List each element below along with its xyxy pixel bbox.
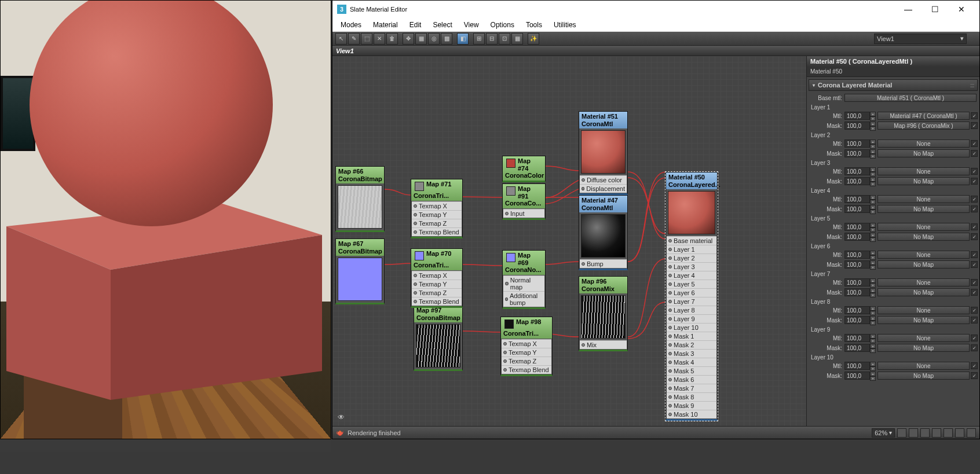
window-close-button[interactable]: ✕ — [948, 1, 975, 18]
node-socket-row[interactable]: Mask 3 — [667, 349, 716, 358]
status-icon-3[interactable] — [920, 428, 930, 438]
tool-layout1-icon[interactable]: ⊞ — [473, 33, 485, 45]
mask-slot[interactable]: No Map — [877, 288, 970, 296]
node-socket-row[interactable]: Layer 2 — [667, 253, 716, 262]
enable-checkbox[interactable]: ✓ — [971, 372, 978, 379]
amount-spinner[interactable]: 100,0 — [844, 112, 870, 120]
tool-cross-icon[interactable]: ✕ — [374, 33, 385, 45]
node-socket-row[interactable]: Layer 9 — [667, 314, 716, 323]
menu-material[interactable]: Material — [367, 21, 404, 29]
spinner-buttons[interactable]: ▲▼ — [870, 139, 876, 148]
spinner-buttons[interactable]: ▲▼ — [870, 195, 876, 203]
node-socket-row[interactable]: Layer 5 — [667, 280, 716, 288]
spinner-buttons[interactable]: ▲▼ — [870, 167, 876, 175]
window-minimize-button[interactable]: — — [895, 1, 922, 18]
mask-slot[interactable]: No Map — [877, 316, 970, 324]
amount-spinner[interactable]: 100,0 — [844, 195, 870, 203]
spinner-buttons[interactable]: ▲▼ — [870, 205, 876, 213]
node-socket-row[interactable]: Layer 4 — [667, 271, 716, 280]
node-map-98[interactable]: Map #98CoronaTri... Texmap X Texmap Y Te… — [500, 317, 553, 376]
node-material-50[interactable]: Material #50CoronaLayered... Base materi… — [665, 172, 718, 421]
amount-spinner[interactable]: 100,0 — [844, 362, 870, 370]
navigator-icon[interactable]: 👁 — [336, 412, 346, 422]
spinner-buttons[interactable]: ▲▼ — [870, 223, 876, 231]
amount-spinner[interactable]: 100,0 — [844, 233, 870, 241]
node-socket-row[interactable]: Layer 3 — [667, 262, 716, 271]
node-socket-row[interactable]: Mask 10 — [667, 410, 716, 418]
spinner-buttons[interactable]: ▲▼ — [870, 112, 876, 120]
mask-slot[interactable]: No Map — [877, 233, 970, 241]
spinner-buttons[interactable]: ▲▼ — [870, 288, 876, 296]
node-socket-row[interactable]: Mask 7 — [667, 384, 716, 392]
mtl-slot[interactable]: None — [877, 278, 970, 286]
status-icon-5[interactable] — [944, 428, 953, 438]
spinner-buttons[interactable]: ▲▼ — [870, 260, 876, 269]
amount-spinner[interactable]: 100,0 — [844, 316, 870, 324]
node-graph[interactable]: Map #66CoronaBitmap Map #67CoronaBitmap … — [332, 56, 807, 426]
enable-checkbox[interactable]: ✓ — [971, 168, 978, 175]
spinner-buttons[interactable]: ▲▼ — [870, 149, 876, 157]
mask-slot[interactable]: No Map — [877, 177, 970, 185]
status-icon-4[interactable] — [932, 428, 941, 438]
enable-checkbox[interactable]: ✓ — [971, 233, 978, 240]
rollout-header[interactable]: Corona Layered Material:::: — [809, 79, 978, 91]
tool-layout4-icon[interactable]: ▦ — [511, 33, 523, 45]
enable-checkbox[interactable]: ✓ — [971, 307, 978, 314]
view-tab[interactable]: View1 — [332, 46, 979, 56]
node-socket-row[interactable]: Mask 2 — [667, 340, 716, 349]
tool-wand-icon[interactable]: ✨ — [528, 33, 539, 45]
amount-spinner[interactable]: 100,0 — [844, 251, 870, 259]
node-socket-row[interactable]: Mask 9 — [667, 401, 716, 410]
base-mtl-slot[interactable]: Material #51 ( CoronaMtl ) — [844, 94, 977, 102]
status-icon-1[interactable] — [897, 428, 906, 438]
tool-preview-icon[interactable]: ◎ — [428, 33, 440, 45]
enable-checkbox[interactable]: ✓ — [971, 205, 978, 212]
node-socket-row[interactable]: Base material — [667, 236, 716, 245]
node-socket-row[interactable]: Layer 8 — [667, 306, 716, 314]
spinner-buttons[interactable]: ▲▼ — [870, 334, 876, 342]
menu-select[interactable]: Select — [427, 21, 458, 29]
mtl-slot[interactable]: None — [877, 251, 970, 259]
tool-pick-icon[interactable]: ✎ — [348, 33, 360, 45]
status-icon-7[interactable] — [967, 428, 976, 438]
menu-view[interactable]: View — [458, 21, 485, 29]
navigator-dropdown[interactable]: View1▾ — [874, 34, 967, 44]
enable-checkbox[interactable]: ✓ — [971, 196, 978, 203]
spinner-buttons[interactable]: ▲▼ — [870, 316, 876, 324]
amount-spinner[interactable]: 100,0 — [844, 139, 870, 148]
mask-slot[interactable]: No Map — [877, 260, 970, 269]
enable-checkbox[interactable]: ✓ — [971, 279, 978, 286]
enable-checkbox[interactable]: ✓ — [971, 122, 978, 129]
spinner-buttons[interactable]: ▲▼ — [870, 344, 876, 352]
zoom-readout[interactable]: 62% ▾ — [872, 428, 895, 438]
menu-options[interactable]: Options — [485, 21, 520, 29]
amount-spinner[interactable]: 100,0 — [844, 288, 870, 296]
status-icon-6[interactable] — [955, 428, 964, 438]
spinner-buttons[interactable]: ▲▼ — [870, 177, 876, 185]
amount-spinner[interactable]: 100,0 — [844, 149, 870, 157]
tool-cube-icon[interactable]: ◧ — [457, 33, 469, 45]
tool-delete-icon[interactable]: 🗑 — [386, 33, 398, 45]
status-icon-2[interactable] — [909, 428, 918, 438]
enable-checkbox[interactable]: ✓ — [971, 317, 978, 324]
mtl-slot[interactable]: Material #47 ( CoronaMtl ) — [877, 112, 970, 120]
mtl-slot[interactable]: None — [877, 334, 970, 342]
window-maximize-button[interactable]: ☐ — [922, 1, 948, 18]
amount-spinner[interactable]: 100,0 — [844, 122, 870, 130]
node-socket-row[interactable]: Layer 10 — [667, 323, 716, 332]
amount-spinner[interactable]: 100,0 — [844, 167, 870, 175]
mtl-slot[interactable]: None — [877, 306, 970, 314]
enable-checkbox[interactable]: ✓ — [971, 289, 978, 296]
mtl-slot[interactable]: None — [877, 167, 970, 175]
node-map-96[interactable]: Map #96CoronaMix Mix — [579, 276, 628, 351]
node-socket-row[interactable]: Mask 1 — [667, 332, 716, 340]
amount-spinner[interactable]: 100,0 — [844, 177, 870, 185]
enable-checkbox[interactable]: ✓ — [971, 112, 978, 119]
spinner-buttons[interactable]: ▲▼ — [870, 278, 876, 286]
node-socket-row[interactable]: Layer 1 — [667, 245, 716, 253]
node-material-51[interactable]: Material #51CoronaMtl Diffuse color Disp… — [579, 111, 628, 195]
spinner-buttons[interactable]: ▲▼ — [870, 122, 876, 130]
tool-showmap-icon[interactable]: ▦ — [415, 33, 427, 45]
node-map-69[interactable]: Map #69CoronaNo... Normal map Additional… — [502, 250, 546, 309]
node-socket-row[interactable]: Mask 5 — [667, 366, 716, 375]
